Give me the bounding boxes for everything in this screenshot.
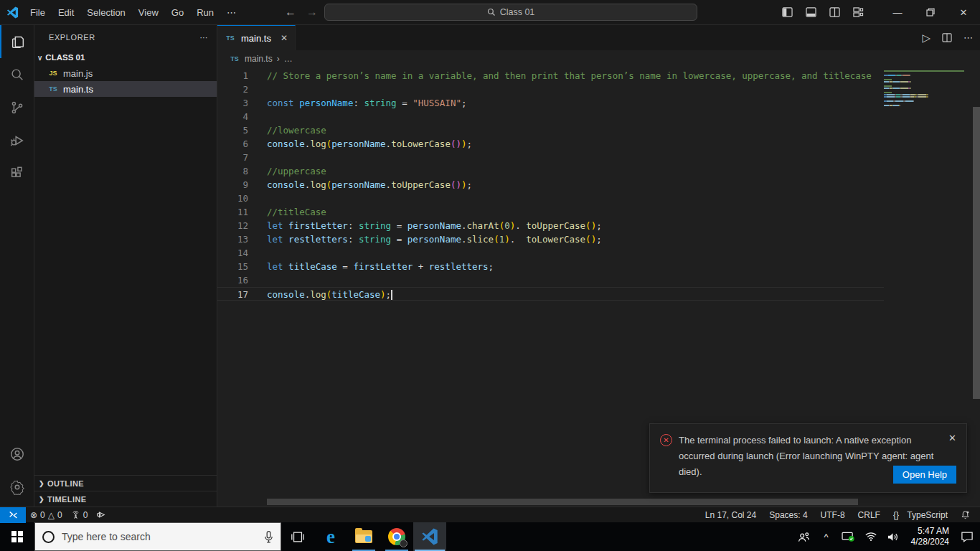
- errors-icon: ⊗: [30, 510, 37, 520]
- code-line[interactable]: 14: [217, 246, 884, 260]
- line-content: console.log(personName.toLowerCase());: [267, 137, 472, 151]
- clock[interactable]: 5:47 AM 4/28/2024: [907, 526, 953, 547]
- file-explorer-taskbar-icon[interactable]: [347, 522, 380, 551]
- language-mode[interactable]: {} TypeScript: [887, 510, 953, 520]
- menu-item-go[interactable]: Go: [166, 4, 189, 21]
- timeline-section[interactable]: ❯ TIMELINE: [34, 491, 217, 507]
- start-button[interactable]: [0, 522, 34, 551]
- breadcrumb[interactable]: TS main.ts › …: [217, 50, 980, 67]
- close-window-button[interactable]: ✕: [947, 0, 980, 24]
- code-line[interactable]: 12let firstLetter: string = personName.c…: [217, 219, 884, 232]
- code-line[interactable]: 1// Store a person’s name in a variable,…: [217, 69, 884, 83]
- code-line[interactable]: 2: [217, 83, 884, 96]
- file-item-main-js[interactable]: JSmain.js: [34, 65, 217, 81]
- vertical-scrollbar[interactable]: [973, 107, 980, 399]
- tab-bar: TS main.ts ✕ ▷ ⋯: [217, 25, 980, 50]
- command-center-search[interactable]: Class 01: [324, 4, 697, 21]
- code-line[interactable]: 10: [217, 192, 884, 205]
- run-debug-icon[interactable]: [0, 124, 34, 157]
- tab-main-ts[interactable]: TS main.ts ✕: [217, 25, 296, 50]
- indentation[interactable]: Spaces: 4: [763, 510, 813, 520]
- account-icon[interactable]: [0, 438, 34, 471]
- horizontal-scrollbar[interactable]: [267, 499, 858, 505]
- split-editor-icon[interactable]: [942, 33, 952, 42]
- line-number: 13: [217, 232, 248, 246]
- line-content: const personName: string = "HUSSAIN";: [267, 96, 466, 110]
- line-number: 17: [217, 288, 248, 300]
- code-line[interactable]: 17console.log(titleCase);: [217, 287, 884, 301]
- explorer-icon[interactable]: [0, 25, 34, 58]
- chrome-taskbar-icon[interactable]: [380, 522, 413, 551]
- eol-sequence[interactable]: CRLF: [852, 510, 886, 520]
- nav-forward-icon[interactable]: →: [306, 6, 318, 19]
- hidden-icons-chevron[interactable]: ^: [818, 527, 835, 547]
- code-line[interactable]: 16: [217, 273, 884, 287]
- cursor-position[interactable]: Ln 17, Col 24: [699, 510, 762, 520]
- file-item-main-ts[interactable]: TSmain.ts: [34, 81, 217, 97]
- menu-item-view[interactable]: View: [133, 4, 164, 21]
- menu-item-selection[interactable]: Selection: [81, 4, 131, 21]
- task-view-button[interactable]: [281, 522, 314, 551]
- explorer-sidebar: EXPLORER ⋯ ∨ CLASS 01 JSmain.jsTSmain.ts…: [34, 25, 217, 507]
- restore-button[interactable]: [914, 0, 947, 24]
- more-actions-icon[interactable]: ⋯: [963, 32, 973, 43]
- code-line[interactable]: 3const personName: string = "HUSSAIN";: [217, 96, 884, 110]
- search-value: Class 01: [500, 7, 535, 17]
- settings-gear-icon[interactable]: [0, 471, 34, 504]
- outline-section[interactable]: ❯ OUTLINE: [34, 475, 217, 491]
- volume-icon[interactable]: [885, 527, 902, 547]
- people-icon[interactable]: [796, 527, 813, 547]
- ports-indicator[interactable]: 0: [67, 510, 93, 520]
- code-line[interactable]: 13let restletters: string = personName.s…: [217, 232, 884, 246]
- code-line[interactable]: 5//lowercase: [217, 123, 884, 137]
- ports-icon: [71, 510, 80, 519]
- menu-item-run[interactable]: Run: [191, 4, 220, 21]
- remote-indicator[interactable]: [0, 507, 26, 523]
- code-line[interactable]: 6console.log(personName.toLowerCase());: [217, 137, 884, 151]
- menu-item-edit[interactable]: Edit: [52, 4, 80, 21]
- menu-item-[interactable]: ⋯: [221, 4, 242, 21]
- file-name: main.js: [63, 68, 93, 79]
- customize-layout-icon[interactable]: [853, 7, 864, 17]
- folder-class01[interactable]: ∨ CLASS 01: [34, 50, 217, 65]
- action-center-icon[interactable]: [958, 527, 976, 547]
- menu-item-file[interactable]: File: [24, 4, 51, 21]
- code-line[interactable]: 9console.log(personName.toUpperCase());: [217, 178, 884, 192]
- code-line[interactable]: 11//titleCase: [217, 205, 884, 219]
- edge-taskbar-icon[interactable]: e: [314, 522, 347, 551]
- run-file-icon[interactable]: ▷: [922, 32, 930, 44]
- notifications-bell-icon[interactable]: [955, 510, 976, 519]
- taskbar-search[interactable]: Type here to search: [34, 522, 281, 551]
- search-sidebar-icon[interactable]: [0, 58, 34, 91]
- code-line[interactable]: 8//uppercase: [217, 164, 884, 178]
- code-line[interactable]: 15let titleCase = firstLetter + restlett…: [217, 260, 884, 273]
- extensions-icon[interactable]: [0, 157, 34, 190]
- code-line[interactable]: 4: [217, 110, 884, 123]
- minimap[interactable]: [884, 70, 973, 107]
- notification-toast: ✕ The terminal process failed to launch:…: [649, 423, 967, 493]
- open-help-button[interactable]: Open Help: [893, 466, 956, 484]
- wifi-icon[interactable]: [862, 527, 880, 547]
- problems-indicator[interactable]: ⊗ 0 △ 0: [26, 510, 67, 520]
- line-content: let restletters: string = personName.sli…: [267, 232, 602, 246]
- line-number: 15: [217, 260, 248, 273]
- chevron-right-icon: ❯: [39, 480, 44, 487]
- explorer-title: EXPLORER: [49, 33, 95, 42]
- source-control-icon[interactable]: [0, 91, 34, 124]
- code-line[interactable]: 7: [217, 151, 884, 164]
- microphone-icon[interactable]: [264, 530, 273, 544]
- toggle-sidebar-icon[interactable]: [782, 7, 793, 17]
- vscode-taskbar-icon[interactable]: [413, 522, 446, 551]
- display-sync-icon[interactable]: [840, 527, 857, 547]
- line-number: 7: [217, 151, 248, 164]
- toggle-panel-icon[interactable]: [806, 7, 816, 17]
- launch-indicator[interactable]: [92, 510, 110, 519]
- explorer-actions-icon[interactable]: ⋯: [199, 33, 208, 42]
- tab-close-icon[interactable]: ✕: [281, 33, 288, 43]
- toggle-secondary-sidebar-icon[interactable]: [829, 7, 840, 17]
- title-bar: FileEditSelectionViewGoRun⋯ ← → Class 01…: [0, 0, 980, 25]
- nav-back-icon[interactable]: ←: [285, 6, 296, 19]
- activity-bar: [0, 25, 34, 507]
- encoding[interactable]: UTF-8: [815, 510, 851, 520]
- minimize-button[interactable]: —: [881, 0, 914, 24]
